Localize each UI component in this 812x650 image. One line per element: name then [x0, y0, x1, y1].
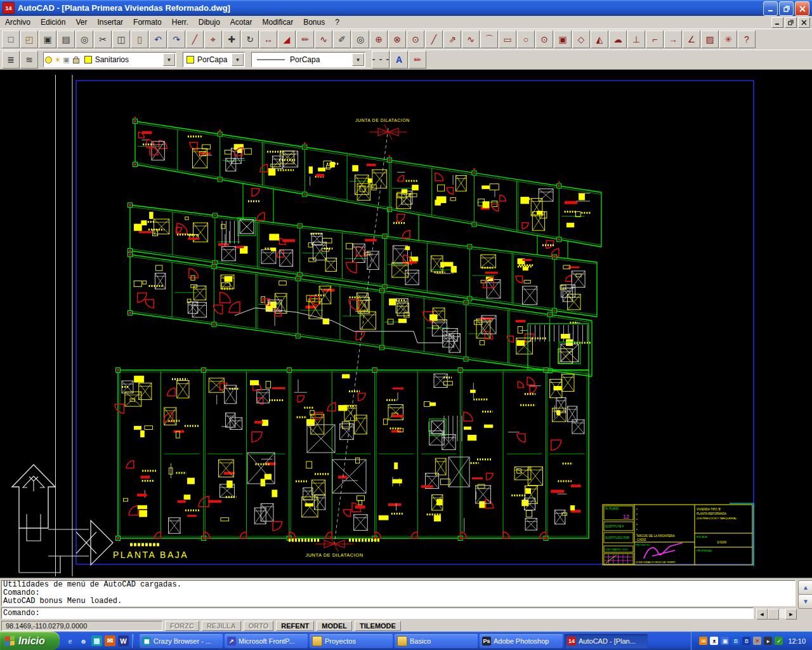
- layers-dialog-button[interactable]: ≣: [2, 51, 20, 69]
- zoom-extents-button[interactable]: ⊗: [388, 30, 406, 48]
- linetype-dropdown-arrow[interactable]: ▼: [352, 53, 364, 66]
- menu-archivo[interactable]: Archivo: [0, 17, 36, 28]
- menu-edicin[interactable]: Edición: [36, 17, 70, 28]
- word-icon[interactable]: W: [118, 635, 129, 646]
- toggle-refent[interactable]: REFENT: [276, 621, 314, 631]
- linetype-dialog-button[interactable]: ᠆᠆᠆: [372, 51, 390, 69]
- print-button[interactable]: ▤: [57, 30, 75, 48]
- command-hscrollbar[interactable]: ◀ ▶: [756, 609, 797, 618]
- toggle-orto[interactable]: ORTO: [244, 621, 274, 631]
- drawing-area[interactable]: JUNTA DE DILATACIONJUNTA DE DILATACIONPL…: [0, 70, 812, 578]
- layer-freeze-vp-icon[interactable]: ▣: [63, 56, 69, 64]
- layer-on-icon[interactable]: [45, 56, 52, 63]
- close-button[interactable]: [795, 1, 809, 16]
- layer-thaw-icon[interactable]: ✳: [55, 56, 60, 64]
- mdi-minimize-button[interactable]: [771, 17, 783, 28]
- scroll-up-button[interactable]: ▲: [798, 580, 812, 595]
- task-autocadplan[interactable]: 14AutoCAD - [Plan...: [565, 634, 648, 648]
- paste-button[interactable]: ▯: [131, 30, 148, 48]
- task-basico[interactable]: Basico: [395, 634, 478, 648]
- updates-icon[interactable]: ▣: [721, 637, 729, 645]
- crazy-browser-icon[interactable]: ▦: [91, 635, 102, 646]
- tracking-button[interactable]: ╱: [186, 30, 204, 48]
- mdi-close-button[interactable]: [798, 17, 810, 28]
- copy-button[interactable]: ◫: [112, 30, 130, 48]
- undo-button[interactable]: ↶: [149, 30, 167, 48]
- toggle-forzc[interactable]: FORZC: [165, 621, 199, 631]
- break-button[interactable]: ⊥: [627, 30, 645, 48]
- select-button[interactable]: ✐: [333, 30, 351, 48]
- line-button[interactable]: ╱: [425, 30, 443, 48]
- color-combo[interactable]: PorCapa ▼: [183, 52, 245, 67]
- internet-explorer-icon[interactable]: e: [65, 635, 75, 646]
- network-error-icon[interactable]: ✕: [753, 637, 761, 645]
- color-dropdown-arrow[interactable]: ▼: [232, 53, 244, 66]
- layer-lock-icon[interactable]: [73, 58, 79, 63]
- trim-button[interactable]: ⌐: [646, 30, 664, 48]
- scroll-down-button[interactable]: ▼: [798, 594, 812, 609]
- minimize-button[interactable]: [763, 1, 778, 16]
- task-crazybrowser[interactable]: ▦Crazy Browser - ...: [140, 634, 223, 648]
- arc-button[interactable]: ⌒: [480, 30, 498, 48]
- mirror-button[interactable]: ◭: [591, 30, 608, 48]
- region-button[interactable]: ▣: [554, 30, 572, 48]
- matchprop-button[interactable]: ✏: [296, 30, 314, 48]
- layer-control-button[interactable]: ≋: [20, 51, 38, 69]
- hscroll-thumb[interactable]: [768, 609, 779, 620]
- distance-button[interactable]: ↔: [259, 30, 277, 48]
- display-icon[interactable]: ▸: [764, 637, 772, 645]
- task-proyectos[interactable]: Proyectos: [310, 634, 393, 648]
- mail-icon[interactable]: ✉: [105, 635, 115, 646]
- zoom-previous-button[interactable]: ⊙: [407, 30, 424, 48]
- command-history[interactable]: Utilidades de menú de AutoCAD cargadas.C…: [1, 580, 796, 606]
- revcloud-button[interactable]: ☁: [609, 30, 627, 48]
- restore-button[interactable]: [779, 1, 794, 16]
- layer-dropdown-arrow[interactable]: ▼: [163, 53, 175, 66]
- layer-combo[interactable]: ✳ ▣ Sanitarios ▼: [43, 52, 176, 67]
- title-bar[interactable]: 14 AutoCAD - [Planta Primera Viviendas R…: [0, 0, 812, 16]
- bluetooth2-icon[interactable]: B: [742, 637, 750, 645]
- hscroll-left-arrow[interactable]: ◀: [756, 609, 768, 620]
- bluetooth-icon[interactable]: B: [731, 637, 740, 645]
- polyline-button[interactable]: ∿: [462, 30, 480, 48]
- matchprop2-button[interactable]: ✏: [409, 51, 426, 69]
- hatch-button[interactable]: ▨: [701, 30, 719, 48]
- mdi-restore-button[interactable]: [785, 17, 797, 28]
- extend-button[interactable]: →: [664, 30, 682, 48]
- task-adobephotoshop[interactable]: PsAdobe Photoshop: [480, 634, 563, 648]
- matchblock-button[interactable]: ◢: [278, 30, 296, 48]
- linetype-combo[interactable]: PorCapa ▼: [251, 52, 365, 67]
- menu-formato[interactable]: Formato: [128, 17, 167, 28]
- menu-dibujo[interactable]: Dibujo: [193, 17, 225, 28]
- chamfer-button[interactable]: ∠: [683, 30, 700, 48]
- messenger-icon[interactable]: ☻: [78, 635, 89, 646]
- menu-[interactable]: ?: [330, 17, 344, 28]
- color-dialog-button[interactable]: A: [390, 51, 408, 69]
- menu-bonus[interactable]: Bonus: [298, 17, 330, 28]
- task-microsoftfrontp[interactable]: ↗Microsoft FrontP...: [225, 634, 308, 648]
- open-button[interactable]: ◰: [20, 30, 38, 48]
- mail-notify-icon[interactable]: ✉: [699, 637, 707, 645]
- toggle-tilemode[interactable]: TILEMODE: [355, 621, 401, 631]
- sketch-button[interactable]: ∿: [315, 30, 332, 48]
- circle-button[interactable]: ○: [517, 30, 535, 48]
- drawing-canvas[interactable]: JUNTA DE DILATACIONJUNTA DE DILATACIONPL…: [0, 70, 812, 578]
- toggle-model[interactable]: MODEL: [317, 621, 352, 631]
- osnap-button[interactable]: ⌖: [204, 30, 222, 48]
- xline-button[interactable]: ⇗: [443, 30, 461, 48]
- cut-button[interactable]: ✂: [94, 30, 112, 48]
- menu-herr[interactable]: Herr.: [167, 17, 193, 28]
- menu-modificar[interactable]: Modificar: [258, 17, 299, 28]
- explode-button[interactable]: ✳: [719, 30, 737, 48]
- zoom-realtime-button[interactable]: ◎: [351, 30, 369, 48]
- redraw-button[interactable]: ↻: [241, 30, 259, 48]
- menu-acotar[interactable]: Acotar: [225, 17, 258, 28]
- rectangle-button[interactable]: ▭: [499, 30, 516, 48]
- hscroll-right-arrow[interactable]: ▶: [785, 609, 797, 620]
- pan-button[interactable]: ✚: [223, 30, 240, 48]
- menu-ver[interactable]: Ver: [70, 17, 92, 28]
- start-button[interactable]: Inicio: [0, 632, 60, 650]
- menu-insertar[interactable]: Insertar: [92, 17, 128, 28]
- block-button[interactable]: ◇: [572, 30, 590, 48]
- new-button[interactable]: □: [2, 30, 20, 48]
